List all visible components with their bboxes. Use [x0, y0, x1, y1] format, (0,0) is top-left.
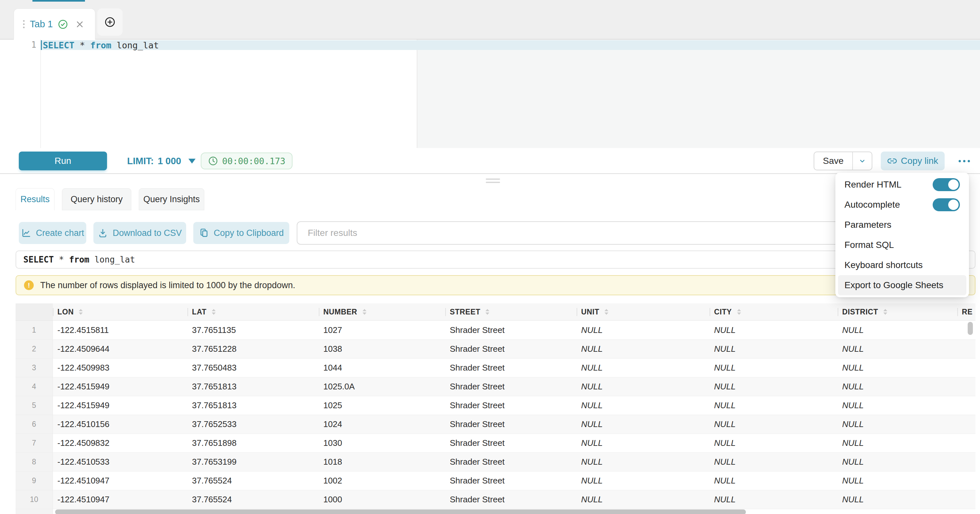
table-cell: NULL: [710, 396, 838, 415]
close-tab-icon[interactable]: [76, 20, 84, 29]
duration-value: 00:00:00.173: [222, 156, 285, 166]
tab-query-history[interactable]: Query history: [62, 188, 131, 210]
results-table: LONLATNUMBERSTREETUNITCITYDISTRICTRE 1-1…: [16, 303, 975, 514]
clipboard-icon: [199, 228, 209, 238]
sort-icon[interactable]: [737, 309, 741, 315]
editor-right-pane: [417, 40, 980, 148]
chart-icon: [21, 228, 32, 238]
sort-icon[interactable]: [212, 309, 216, 315]
table-row: 7-122.450983237.76518981030Shrader Stree…: [16, 434, 975, 452]
horizontal-scrollbar-thumb[interactable]: [55, 509, 746, 514]
table-cell: 1002: [319, 471, 445, 490]
drag-handle-icon[interactable]: [23, 20, 25, 28]
table-cell: NULL: [710, 415, 838, 434]
table-cell: Shrader Street: [445, 434, 577, 452]
save-options-button[interactable]: [852, 152, 872, 170]
autocomplete-toggle[interactable]: [933, 198, 960, 211]
sql-keyword: SELECT: [43, 40, 75, 50]
more-options-button[interactable]: [955, 152, 974, 170]
warning-icon: !: [24, 280, 34, 290]
table-cell: Shrader Street: [445, 453, 577, 471]
download-csv-button[interactable]: Download to CSV: [93, 222, 186, 244]
column-header-city[interactable]: CITY: [710, 303, 838, 321]
column-header-lat[interactable]: LAT: [188, 303, 319, 321]
table-cell: NULL: [710, 453, 838, 471]
column-header-unit[interactable]: UNIT: [577, 303, 710, 321]
render-html-toggle[interactable]: [933, 178, 960, 191]
table-cell: 37.765524: [188, 471, 319, 490]
top-accent-line: [32, 0, 85, 2]
sort-icon[interactable]: [883, 309, 887, 315]
save-split-button: Save: [814, 152, 872, 170]
table-cell: NULL: [577, 434, 710, 452]
table-cell: 1018: [319, 453, 445, 471]
table-cell: 1024: [319, 415, 445, 434]
table-cell: NULL: [710, 359, 838, 377]
table-cell: NULL: [710, 434, 838, 452]
column-header-re: RE: [957, 303, 975, 321]
table-cell: Shrader Street: [445, 471, 577, 490]
editor-code-line[interactable]: SELECT * from long_lat: [43, 40, 159, 50]
text-cursor: [41, 40, 42, 50]
sort-icon[interactable]: [485, 309, 489, 315]
table-cell: 1027: [319, 321, 445, 339]
create-chart-button[interactable]: Create chart: [19, 222, 86, 244]
table-cell: [957, 434, 975, 452]
editor-gutter: 1: [0, 40, 41, 148]
table-cell: NULL: [577, 471, 710, 490]
table-cell: NULL: [838, 453, 957, 471]
menu-item-autocomplete[interactable]: Autocomplete: [835, 195, 969, 215]
toggle-knob: [948, 179, 959, 190]
table-cell: NULL: [577, 453, 710, 471]
table-cell: NULL: [577, 359, 710, 377]
table-cell: NULL: [838, 415, 957, 434]
vertical-scrollbar-thumb[interactable]: [968, 322, 973, 335]
menu-item-export-google-sheets[interactable]: Export to Google Sheets: [838, 275, 966, 295]
add-tab-button[interactable]: [97, 8, 123, 36]
column-header-lon[interactable]: LON: [53, 303, 188, 321]
table-cell: NULL: [838, 471, 957, 490]
tab-results[interactable]: Results: [16, 188, 54, 210]
table-cell: NULL: [577, 377, 710, 396]
table-cell: [957, 509, 975, 514]
table-cell: 1044: [319, 359, 445, 377]
table-cell: NULL: [838, 340, 957, 358]
table-cell: 37.7651135: [188, 321, 319, 339]
row-number: 9: [16, 471, 53, 490]
table-cell: -122.4509983: [53, 359, 188, 377]
table-cell: [957, 415, 975, 434]
table-cell: [957, 377, 975, 396]
menu-item-render-html[interactable]: Render HTML: [835, 175, 969, 195]
copy-to-clipboard-button[interactable]: Copy to Clipboard: [193, 222, 289, 244]
row-number: 7: [16, 434, 53, 452]
tab-query-insights[interactable]: Query Insights: [139, 188, 204, 210]
menu-item-format-sql[interactable]: Format SQL: [835, 235, 969, 255]
table-row: 1-122.451581137.76511351027Shrader Stree…: [16, 321, 975, 339]
query-duration-badge: 00:00:00.173: [201, 153, 293, 169]
column-header-street[interactable]: STREET: [445, 303, 577, 321]
resize-handle-icon[interactable]: [486, 179, 500, 183]
editor-tab-bar: Tab 1: [0, 0, 980, 40]
column-header-district[interactable]: DISTRICT: [838, 303, 957, 321]
column-header-number[interactable]: NUMBER: [319, 303, 445, 321]
row-number: 2: [16, 340, 53, 358]
table-cell: 1025: [319, 396, 445, 415]
sort-icon[interactable]: [79, 309, 83, 315]
table-cell: NULL: [838, 490, 957, 509]
table-cell: NULL: [577, 321, 710, 339]
tab-tab1[interactable]: Tab 1: [14, 8, 95, 40]
menu-item-keyboard-shortcuts[interactable]: Keyboard shortcuts: [835, 255, 969, 275]
limit-dropdown[interactable]: LIMIT: 1 000: [127, 152, 196, 170]
sql-editor[interactable]: 1 SELECT * from long_lat: [0, 40, 980, 148]
table-cell: [957, 396, 975, 415]
sort-icon[interactable]: [363, 309, 366, 315]
save-button[interactable]: Save: [814, 152, 852, 170]
executed-sql-preview: SELECT * from long_lat: [16, 251, 975, 269]
menu-item-parameters[interactable]: Parameters: [835, 215, 969, 235]
table-cell: 37.7650483: [188, 359, 319, 377]
table-row: 5-122.451594937.76518131025Shrader Stree…: [16, 396, 975, 415]
sort-icon[interactable]: [605, 309, 608, 315]
table-cell: 1025.0A: [319, 377, 445, 396]
copy-link-button[interactable]: Copy link: [881, 152, 945, 170]
run-button[interactable]: Run: [19, 152, 107, 170]
